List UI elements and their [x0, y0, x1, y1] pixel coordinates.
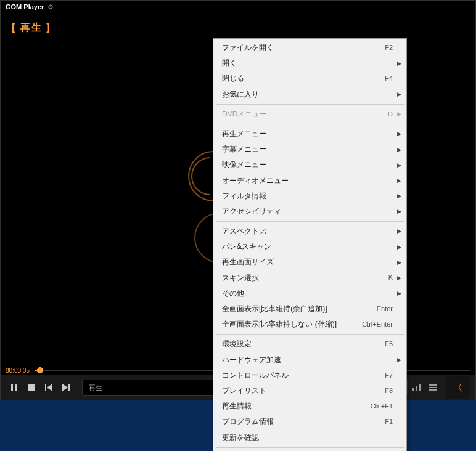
context-menu: ファイルを開くF2開く▶閉じるF4お気に入り▶DVDメニューD▶再生メニュー▶字…: [213, 38, 407, 451]
menu-item-label: 環境設定: [222, 338, 379, 350]
menu-item[interactable]: 再生情報Ctrl+F1: [213, 399, 406, 414]
menu-item-label: ハードウェア加速: [222, 354, 393, 366]
menu-item-label: パン&スキャン: [222, 241, 393, 253]
svg-rect-2: [28, 384, 35, 391]
menu-item[interactable]: 全画面表示[比率維持しない (伸縮)]Ctrl+Enter: [213, 317, 406, 332]
svg-rect-6: [68, 384, 70, 391]
next-icon: [62, 384, 70, 391]
menu-separator: [216, 221, 404, 222]
chevron-right-icon: ▶: [397, 161, 401, 169]
menu-item[interactable]: コントロールパネルF7: [213, 368, 406, 383]
svg-rect-9: [419, 384, 421, 391]
menu-item-label: アクセシビリティ: [222, 206, 393, 217]
equalizer-button[interactable]: [410, 381, 424, 394]
menu-item[interactable]: 再生画面サイズ▶: [213, 254, 406, 270]
menu-item-shortcut: F2: [385, 43, 393, 54]
menu-item[interactable]: 開く▶: [213, 55, 406, 71]
menu-item-label: プレイリスト: [222, 385, 379, 397]
menu-item-shortcut: F5: [385, 339, 393, 350]
pause-button[interactable]: [7, 380, 22, 395]
menu-item[interactable]: オーディオメニュー▶: [213, 173, 406, 189]
svg-rect-0: [11, 384, 13, 391]
stop-button[interactable]: [24, 380, 39, 395]
chevron-right-icon: ▶: [397, 110, 401, 118]
menu-item-shortcut: D: [388, 109, 393, 120]
expand-button[interactable]: 〈: [446, 376, 469, 399]
menu-item[interactable]: 更新を確認: [213, 430, 406, 445]
app-name: GOM Player: [6, 3, 44, 10]
svg-marker-5: [62, 384, 68, 391]
chevron-right-icon: ▶: [397, 176, 401, 185]
menu-separator: [216, 124, 404, 124]
chevron-right-icon: ▶: [397, 59, 401, 68]
menu-item[interactable]: お気に入り▶: [213, 87, 406, 102]
menu-separator: [216, 334, 404, 335]
menu-item[interactable]: プログラム情報F1: [213, 414, 406, 429]
chevron-right-icon: ▶: [397, 243, 401, 251]
menu-item-shortcut: K: [388, 272, 393, 283]
menu-item-label: 開く: [222, 57, 393, 69]
chevron-right-icon: ▶: [397, 192, 401, 200]
menu-item[interactable]: 閉じるF4: [213, 71, 406, 86]
chevron-right-icon: ▶: [397, 227, 401, 235]
chevron-right-icon: ▶: [397, 356, 401, 364]
menu-item-label: 字幕メニュー: [222, 144, 393, 155]
menu-item-shortcut: Ctrl+F1: [371, 401, 393, 412]
menu-item-label: 全画面表示[比率維持(余白追加)]: [222, 303, 371, 315]
list-icon: [429, 384, 437, 391]
menu-item-shortcut: F7: [385, 370, 393, 381]
menu-item-label: アスペクト比: [222, 226, 393, 237]
menu-item[interactable]: アクセシビリティ▶: [213, 204, 406, 219]
menu-item-shortcut: F8: [385, 386, 393, 397]
prev-button[interactable]: [41, 380, 56, 395]
gear-icon[interactable]: ⚙: [47, 3, 54, 11]
menu-item[interactable]: 環境設定F5: [213, 336, 406, 352]
menu-item-label: お気に入り: [222, 89, 393, 100]
menu-item[interactable]: スキン選択K▶: [213, 270, 406, 286]
menu-item[interactable]: アスペクト比▶: [213, 224, 406, 239]
title-bar: GOM Player ⚙: [1, 1, 475, 13]
pause-icon: [10, 384, 18, 391]
menu-item-label: 全画面表示[比率維持しない (伸縮)]: [222, 319, 356, 330]
svg-rect-11: [429, 387, 437, 388]
seek-handle[interactable]: [37, 367, 43, 373]
menu-item[interactable]: フィルタ情報▶: [213, 189, 406, 204]
prev-icon: [45, 384, 52, 391]
svg-rect-1: [15, 384, 17, 391]
menu-item-label: DVDメニュー: [222, 108, 382, 120]
next-button[interactable]: [59, 380, 73, 395]
menu-item-label: 再生情報: [222, 400, 364, 412]
current-time: 00:00:05: [6, 367, 30, 374]
menu-item[interactable]: パン&スキャン▶: [213, 239, 406, 254]
menu-item[interactable]: ファイルを開くF2: [213, 40, 406, 55]
menu-item[interactable]: ハードウェア加速▶: [213, 352, 406, 368]
menu-item[interactable]: 全画面表示[比率維持(余白追加)]Enter: [213, 301, 406, 317]
chevron-right-icon: ▶: [397, 129, 401, 138]
menu-separator: [216, 104, 404, 105]
menu-item[interactable]: 字幕メニュー▶: [213, 142, 406, 157]
menu-item-label: 更新を確認: [222, 432, 393, 444]
menu-item[interactable]: プレイリストF8: [213, 383, 406, 399]
menu-item[interactable]: その他▶: [213, 286, 406, 301]
svg-rect-8: [416, 386, 417, 391]
playback-status-overlay: [ 再生 ]: [12, 22, 51, 35]
menu-item-label: スキン選択: [222, 272, 382, 284]
menu-item-label: 映像メニュー: [222, 159, 393, 171]
svg-rect-7: [412, 388, 414, 391]
chevron-right-icon: ▶: [397, 207, 401, 216]
menu-item-label: プログラム情報: [222, 416, 379, 428]
menu-item-label: コントロールパネル: [222, 370, 379, 381]
menu-item[interactable]: 再生メニュー▶: [213, 126, 406, 142]
svg-rect-3: [45, 384, 46, 391]
chevron-right-icon: ▶: [397, 289, 401, 298]
menu-item-label: ファイルを開く: [222, 42, 379, 54]
playlist-button[interactable]: [426, 381, 440, 394]
menu-item[interactable]: 映像メニュー▶: [213, 157, 406, 173]
menu-item: DVDメニューD▶: [213, 107, 406, 122]
chevron-right-icon: ▶: [397, 145, 401, 154]
svg-rect-12: [429, 389, 437, 391]
menu-item-shortcut: F4: [385, 73, 393, 84]
menu-item-shortcut: F1: [385, 416, 393, 428]
menu-item-label: 再生メニュー: [222, 128, 393, 140]
menu-item-label: 閉じる: [222, 73, 379, 84]
